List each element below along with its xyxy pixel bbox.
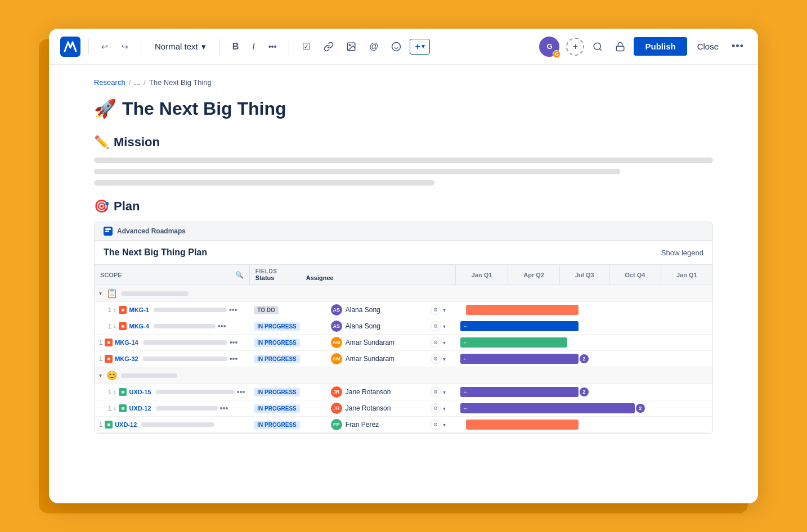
assignee-name-mkg32: Amar Sundaram bbox=[346, 355, 394, 363]
row-id-mkg4: MKG-4 bbox=[129, 323, 149, 330]
row-expand-mkg1[interactable]: › bbox=[114, 307, 115, 313]
image-button[interactable] bbox=[342, 38, 360, 56]
title-emoji: 🚀 bbox=[94, 98, 116, 119]
status-badge-uxd15: IN PROGRESS bbox=[254, 388, 299, 396]
status-cell-uxd15: IN PROGRESS bbox=[249, 384, 326, 400]
row-overflow-uxd15[interactable]: ••• bbox=[237, 387, 245, 396]
assignee-avatar-uxd12b: FP bbox=[331, 419, 342, 430]
svg-rect-10 bbox=[105, 231, 109, 232]
row-expand-uxd15[interactable]: › bbox=[114, 389, 115, 395]
scope-cell-uxd15: 1 › ■ UXD-15 ••• bbox=[95, 384, 249, 400]
row-expand-mkg4[interactable]: › bbox=[114, 323, 115, 330]
breadcrumb-root[interactable]: Research bbox=[94, 78, 125, 87]
bold-button[interactable]: B bbox=[228, 38, 244, 55]
roadmap-table-wrapper: SCOPE 🔍 FIELDS Status bbox=[95, 265, 712, 433]
control-icon-mkg4[interactable]: ⚙ bbox=[431, 321, 441, 331]
gantt-badge-mkg32: 2 bbox=[580, 354, 589, 363]
publish-button[interactable]: Publish bbox=[634, 37, 687, 56]
control-icon-uxd15[interactable]: ⚙ bbox=[431, 387, 441, 397]
scope-cell-mkg1: 1 › ■ MKG-1 ••• bbox=[95, 302, 249, 318]
row-num-mkg14: 1 bbox=[99, 339, 102, 346]
more-formatting-button[interactable]: ••• bbox=[264, 39, 281, 55]
close-button[interactable]: Close bbox=[692, 38, 724, 55]
redo-button[interactable]: ↪ bbox=[117, 39, 133, 55]
control-chevron-uxd12b[interactable]: ▾ bbox=[443, 422, 446, 428]
group-chevron-1[interactable]: ▾ bbox=[99, 290, 102, 296]
control-icon-uxd12b[interactable]: ⚙ bbox=[431, 420, 441, 430]
status-cell-mkg32: IN PROGRESS bbox=[249, 351, 326, 367]
row-name-uxd15 bbox=[156, 390, 235, 394]
row-overflow-mkg14[interactable]: ••• bbox=[230, 338, 238, 347]
timeline-cell-mkg4: ← bbox=[456, 318, 712, 335]
undo-button[interactable]: ↩ bbox=[97, 39, 113, 55]
row-num-uxd15: 1 bbox=[108, 389, 111, 395]
mission-heading: ✏️ Mission bbox=[94, 135, 713, 150]
skeleton-line-2 bbox=[94, 169, 620, 174]
scope-cell-uxd12a: 1 › ■ UXD-12 ••• bbox=[95, 400, 249, 416]
row-num-mkg1: 1 bbox=[108, 306, 111, 313]
svg-line-7 bbox=[600, 48, 602, 50]
scope-icon-mkg14: ■ bbox=[105, 339, 113, 346]
control-icon-mkg14[interactable]: ⚙ bbox=[431, 337, 441, 348]
scope-search-icon[interactable]: 🔍 bbox=[235, 271, 244, 279]
apr-q2-header: Apr Q2 bbox=[508, 265, 560, 285]
show-legend-button[interactable]: Show legend bbox=[661, 249, 703, 257]
search-button[interactable] bbox=[589, 38, 607, 56]
row-id-uxd12b: UXD-12 bbox=[115, 421, 137, 428]
link-button[interactable] bbox=[320, 38, 338, 56]
toolbar-divider-3 bbox=[219, 39, 220, 55]
breadcrumb-ellipsis[interactable]: ... bbox=[134, 78, 140, 87]
mention-button[interactable]: @ bbox=[365, 38, 383, 56]
insert-button[interactable]: + ▾ bbox=[410, 39, 429, 55]
assignee-cell-mkg4: AS Alana Song bbox=[326, 318, 428, 335]
control-chevron-mkg1[interactable]: ▾ bbox=[443, 307, 446, 313]
plan-heading: 🎯 Plan bbox=[94, 199, 713, 214]
row-overflow-uxd12a[interactable]: ••• bbox=[220, 404, 228, 413]
text-style-label: Normal text bbox=[155, 42, 198, 51]
control-chevron-mkg4[interactable]: ▾ bbox=[443, 323, 446, 330]
checkbox-button[interactable]: ☑ bbox=[297, 38, 315, 56]
group-row-1: ▾ 📋 bbox=[95, 285, 712, 302]
status-badge-uxd12b: IN PROGRESS bbox=[254, 421, 299, 429]
roadmap-header-bar: Advanced Roadmaps bbox=[95, 222, 712, 241]
row-id-uxd12a: UXD-12 bbox=[129, 405, 151, 412]
assignee-name-uxd12b: Fran Perez bbox=[346, 421, 379, 429]
italic-button[interactable]: I bbox=[248, 38, 259, 55]
status-badge-mkg32: IN PROGRESS bbox=[254, 355, 299, 363]
row-overflow-mkg32[interactable]: ••• bbox=[230, 354, 238, 363]
roadmap-plan-title: The Next Big Thing Plan bbox=[104, 247, 207, 258]
assignee-avatar-mkg4: AS bbox=[331, 321, 342, 332]
row-expand-uxd12a[interactable]: › bbox=[114, 405, 115, 412]
toolbar-divider-1 bbox=[88, 39, 89, 55]
row-overflow-mkg1[interactable]: ••• bbox=[229, 305, 237, 314]
table-row: 1 ■ MKG-32 ••• IN PROGRESS bbox=[95, 351, 712, 367]
svg-point-6 bbox=[594, 43, 601, 49]
gantt-bar-uxd12a-wrapper: ← 2 bbox=[460, 403, 635, 413]
group-chevron-2[interactable]: ▾ bbox=[99, 372, 102, 378]
control-icon-uxd12a[interactable]: ⚙ bbox=[431, 403, 441, 413]
svg-point-3 bbox=[392, 42, 401, 51]
text-style-selector[interactable]: Normal text ▾ bbox=[149, 38, 212, 55]
group-empty-4 bbox=[428, 367, 456, 384]
row-overflow-mkg4[interactable]: ••• bbox=[218, 322, 226, 331]
status-col-label: Status bbox=[255, 274, 306, 281]
control-chevron-mkg14[interactable]: ▾ bbox=[443, 340, 446, 346]
lock-button[interactable] bbox=[611, 38, 629, 56]
overflow-menu-button[interactable]: ••• bbox=[729, 38, 747, 56]
control-chevron-uxd12a[interactable]: ▾ bbox=[443, 405, 446, 412]
control-chevron-mkg32[interactable]: ▾ bbox=[443, 356, 446, 362]
row-num-uxd12b: 1 bbox=[99, 421, 102, 428]
svg-rect-9 bbox=[105, 228, 111, 230]
emoji-button[interactable] bbox=[387, 38, 405, 56]
roadmap-title-row: The Next Big Thing Plan Show legend bbox=[95, 241, 712, 265]
control-icon-mkg1[interactable]: ⚙ bbox=[431, 305, 441, 315]
toolbar-divider-4 bbox=[289, 39, 289, 55]
row-name-mkg4 bbox=[154, 324, 216, 328]
add-collaborator-button[interactable]: + bbox=[566, 38, 584, 56]
gantt-bar-mkg32-wrapper: ← 2 bbox=[460, 354, 579, 364]
app-logo[interactable] bbox=[60, 37, 80, 57]
control-chevron-uxd15[interactable]: ▾ bbox=[443, 389, 446, 395]
toolbar: ↩ ↪ Normal text ▾ B I ••• ☑ @ bbox=[49, 29, 758, 65]
timeline-cell-mkg1 bbox=[456, 302, 712, 318]
control-icon-mkg32[interactable]: ⚙ bbox=[431, 354, 441, 364]
